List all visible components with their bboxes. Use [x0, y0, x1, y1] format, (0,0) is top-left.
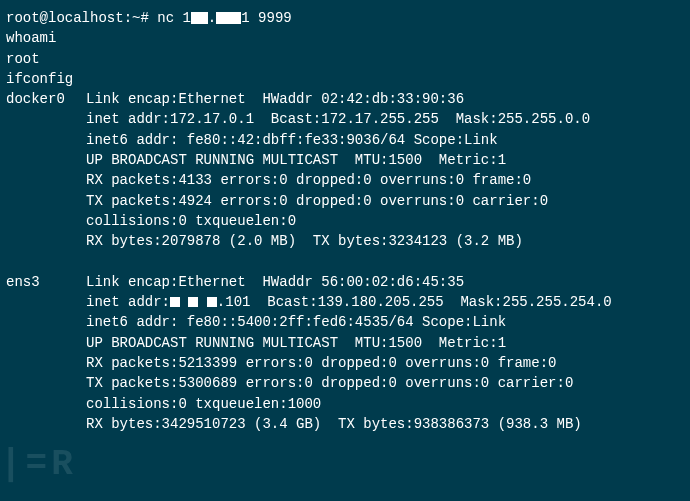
docker0-inet: inet addr:172.17.0.1 Bcast:172.17.255.25… — [86, 109, 684, 129]
redacted-ip-a — [191, 12, 208, 24]
ens3-link: Link encap:Ethernet HWaddr 56:00:02:d6:4… — [86, 272, 684, 292]
iface-ens3: ens3 Link encap:Ethernet HWaddr 56:00:02… — [6, 272, 684, 434]
docker0-flags: UP BROADCAST RUNNING MULTICAST MTU:1500 … — [86, 150, 684, 170]
prompt-host: localhost — [48, 10, 124, 26]
iface-name-docker0: docker0 — [6, 89, 86, 251]
docker0-collisions: collisions:0 txqueuelen:0 — [86, 211, 684, 231]
docker0-rx-packets: RX packets:4133 errors:0 dropped:0 overr… — [86, 170, 684, 190]
blank-line — [6, 252, 684, 272]
redacted-addr-a — [170, 297, 180, 307]
prompt-symbol: # — [140, 10, 148, 26]
docker0-tx-packets: TX packets:4924 errors:0 dropped:0 overr… — [86, 191, 684, 211]
ens3-collisions: collisions:0 txqueuelen:1000 — [86, 394, 684, 414]
watermark: |=R — [0, 439, 77, 491]
iface-name-ens3: ens3 — [6, 272, 86, 434]
ens3-bytes: RX bytes:3429510723 (3.4 GB) TX bytes:93… — [86, 414, 684, 434]
output-whoami: root — [6, 49, 684, 69]
command-whoami: whoami — [6, 28, 684, 48]
iface-docker0: docker0 Link encap:Ethernet HWaddr 02:42… — [6, 89, 684, 251]
ens3-inet: inet addr: .101 Bcast:139.180.205.255 Ma… — [86, 292, 684, 312]
ens3-tx-packets: TX packets:5300689 errors:0 dropped:0 ov… — [86, 373, 684, 393]
prompt-user: root — [6, 10, 40, 26]
docker0-link: Link encap:Ethernet HWaddr 02:42:db:33:9… — [86, 89, 684, 109]
shell-prompt-line[interactable]: root@localhost:~# nc 1 . 1 9999 — [6, 8, 684, 28]
docker0-bytes: RX bytes:2079878 (2.0 MB) TX bytes:32341… — [86, 231, 684, 251]
command-nc: nc 1 — [157, 10, 191, 26]
ens3-rx-packets: RX packets:5213399 errors:0 dropped:0 ov… — [86, 353, 684, 373]
redacted-ip-b — [216, 12, 241, 24]
redacted-addr-b — [188, 297, 198, 307]
redacted-addr-c — [207, 297, 217, 307]
command-ifconfig: ifconfig — [6, 69, 684, 89]
ens3-inet6: inet6 addr: fe80::5400:2ff:fed6:4535/64 … — [86, 312, 684, 332]
docker0-inet6: inet6 addr: fe80::42:dbff:fe33:9036/64 S… — [86, 130, 684, 150]
ens3-flags: UP BROADCAST RUNNING MULTICAST MTU:1500 … — [86, 333, 684, 353]
